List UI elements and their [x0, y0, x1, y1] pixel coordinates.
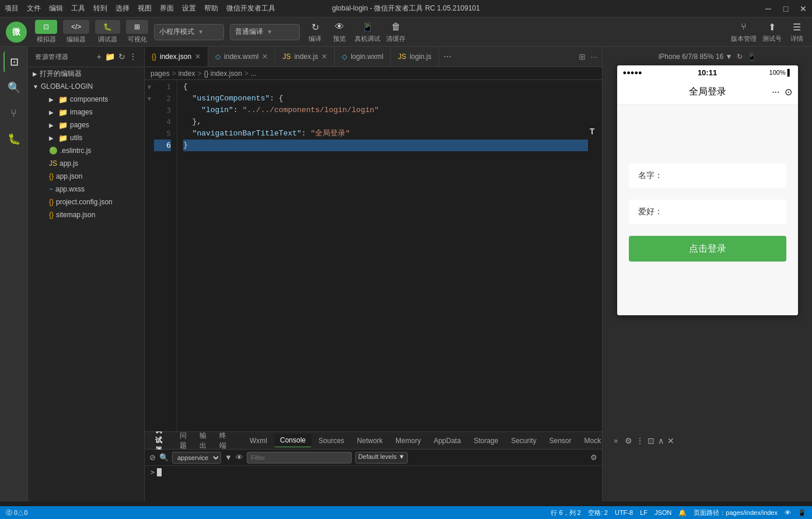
panel-expand-icon[interactable]: ⊡	[648, 436, 654, 445]
collapse-btn-1[interactable]: ▼	[145, 81, 154, 93]
encoding[interactable]: UTF-8	[615, 509, 633, 516]
debugger-tab-appdata[interactable]: AppData	[428, 434, 467, 447]
sidebar-item-components[interactable]: ▶ 📁 components	[28, 93, 144, 106]
panel-gear-icon[interactable]: ⚙	[625, 436, 632, 445]
preview-button[interactable]: 👁 预览	[330, 20, 349, 43]
sidebar-item-sitemap[interactable]: {} sitemap.json	[28, 208, 144, 221]
debugger-tab-sensor[interactable]: Sensor	[544, 434, 578, 447]
tab-index-js[interactable]: JS index.js ✕	[275, 47, 335, 67]
debugger-tab-sources[interactable]: Sources	[313, 434, 350, 447]
detail-button[interactable]: ☰ 详情	[788, 20, 806, 43]
sidebar-item-images[interactable]: ▶ 📁 images	[28, 106, 144, 119]
translate-button[interactable]: ↻ 编译	[306, 20, 324, 43]
search-activity-icon[interactable]: 🔍	[4, 77, 24, 98]
real-machine-button[interactable]: 📱 真机调试	[355, 20, 380, 43]
visible-button[interactable]: ⊞ 可视化	[126, 20, 148, 44]
breadcrumb-pages[interactable]: pages	[150, 69, 170, 78]
sidebar-item-utils[interactable]: ▶ 📁 utils	[28, 131, 144, 144]
phone-more-icon[interactable]: ···	[772, 87, 779, 97]
menu-goto[interactable]: 转到	[93, 4, 107, 13]
line-ending[interactable]: LF	[640, 509, 648, 516]
sidebar-item-pages[interactable]: ▶ 📁 pages	[28, 119, 144, 131]
project-section[interactable]: ▼ GLOBAL-LOGIN	[28, 80, 144, 93]
sidebar-item-appwxss[interactable]: ~ app.wxss	[28, 183, 144, 196]
explorer-icon[interactable]: ⊡	[4, 51, 24, 72]
filter-console-icon[interactable]: 🔍	[159, 453, 169, 462]
minimize-button[interactable]: ─	[764, 5, 772, 13]
panel-close-icon[interactable]: ✕	[667, 436, 674, 445]
menu-view[interactable]: 视图	[138, 4, 152, 13]
menu-select[interactable]: 选择	[116, 4, 130, 13]
menu-tools[interactable]: 工具	[71, 4, 85, 13]
close-button[interactable]: ✕	[799, 5, 807, 13]
debugger-button[interactable]: 🐛 调试器	[95, 20, 120, 44]
tab-close-index-wxml[interactable]: ✕	[262, 53, 268, 61]
debugger-tab-wxml[interactable]: Wxml	[244, 434, 273, 447]
spaces[interactable]: 空格: 2	[588, 508, 608, 517]
new-folder-icon[interactable]: 📁	[105, 52, 115, 61]
git-icon[interactable]: ⑂	[4, 103, 24, 124]
sidebar-item-projectconfig[interactable]: {} project.config.json	[28, 196, 144, 208]
debugger-tab-mock[interactable]: Mock	[579, 434, 607, 447]
phone-record-icon[interactable]: ⊙	[785, 86, 792, 97]
collapse-all-icon[interactable]: ⋮	[129, 52, 137, 61]
cleanup-button[interactable]: 🗑 清缓存	[386, 20, 405, 43]
collapse-btn-2[interactable]: ▼	[145, 93, 154, 105]
menu-project[interactable]: 项目	[5, 4, 19, 13]
format[interactable]: JSON	[654, 509, 671, 516]
debugger-tab-more[interactable]: »	[608, 434, 624, 447]
debugger-tab-memory[interactable]: Memory	[390, 434, 426, 447]
sidebar-item-appjs[interactable]: JS app.js	[28, 157, 144, 170]
split-editor-icon[interactable]: ⊞	[579, 52, 586, 61]
menu-help[interactable]: 帮助	[204, 4, 218, 13]
menu-edit[interactable]: 编辑	[49, 4, 63, 13]
console-settings-icon[interactable]: ⚙	[590, 453, 597, 462]
level-select[interactable]: Default levels ▼	[355, 452, 408, 464]
debugger-tab-network[interactable]: Network	[351, 434, 388, 447]
sidebar-item-appjson[interactable]: {} app.json	[28, 170, 144, 183]
preview-icon-status[interactable]: 👁	[785, 509, 791, 516]
menu-wechat[interactable]: 微信开发者工具	[226, 4, 275, 13]
page-path[interactable]: 页面路径：pages/index/index	[694, 508, 778, 517]
error-count[interactable]: ⓪ 0△0	[6, 508, 27, 517]
expand-icon[interactable]: ▼	[225, 453, 232, 462]
clear-console-icon[interactable]: ⊘	[149, 453, 156, 462]
phone-login-button[interactable]: 点击登录	[629, 236, 786, 262]
debugger-tab-security[interactable]: Security	[505, 434, 542, 447]
menu-interface[interactable]: 界面	[160, 4, 174, 13]
code-content[interactable]: { "usingComponents": { "login": "../../c…	[177, 80, 588, 431]
version-mgmt-button[interactable]: ⑂ 版本管理	[731, 20, 757, 43]
debugger-tab-console[interactable]: Console	[274, 434, 312, 447]
tab-login-wxml[interactable]: ◇ login.wxml	[335, 47, 391, 67]
open-editors-section[interactable]: ▶ 打开的编辑器	[28, 67, 144, 80]
tab-login-js[interactable]: JS login.js	[391, 47, 439, 67]
menu-file[interactable]: 文件	[27, 4, 41, 13]
line-col[interactable]: 行 6，列 2	[551, 508, 580, 517]
compile-select[interactable]: 普通编译 ▼	[230, 24, 300, 40]
more-actions-icon[interactable]: ···	[590, 52, 597, 61]
tab-index-json[interactable]: {} index.json ✕	[145, 47, 208, 67]
test-button[interactable]: ⬆ 测试号	[762, 20, 782, 43]
menu-settings[interactable]: 设置	[182, 4, 196, 13]
panel-menu-icon[interactable]: ⋮	[636, 436, 644, 445]
debugger-tab-storage[interactable]: Storage	[468, 434, 504, 447]
eye-console-icon[interactable]: 👁	[236, 453, 243, 462]
tab-close-index-js[interactable]: ✕	[321, 53, 327, 61]
simulator-button[interactable]: ⊡ 模拟器	[35, 20, 57, 44]
notification-icon[interactable]: 🔔	[678, 509, 687, 517]
appservice-select[interactable]: appservice	[172, 452, 221, 464]
code-scrollbar[interactable]	[596, 80, 602, 431]
sidebar-item-eslintrc[interactable]: 🟢 .eslintrc.js	[28, 144, 144, 157]
breadcrumb-index[interactable]: index	[178, 69, 195, 78]
tab-more-button[interactable]: ···	[439, 51, 456, 62]
device-icon-status[interactable]: 📱	[798, 509, 806, 517]
breadcrumb-more[interactable]: ...	[251, 69, 257, 78]
tab-close-index-json[interactable]: ✕	[195, 53, 201, 61]
mode-select[interactable]: 小程序模式 ▼	[154, 24, 224, 40]
breadcrumb-file[interactable]: {} index.json	[204, 69, 242, 78]
tab-index-wxml[interactable]: ◇ index.wxml ✕	[208, 47, 275, 67]
maximize-button[interactable]: □	[782, 5, 790, 13]
filter-input[interactable]	[247, 452, 352, 464]
refresh-icon[interactable]: ↻	[118, 52, 125, 61]
new-file-icon[interactable]: +	[97, 52, 102, 61]
